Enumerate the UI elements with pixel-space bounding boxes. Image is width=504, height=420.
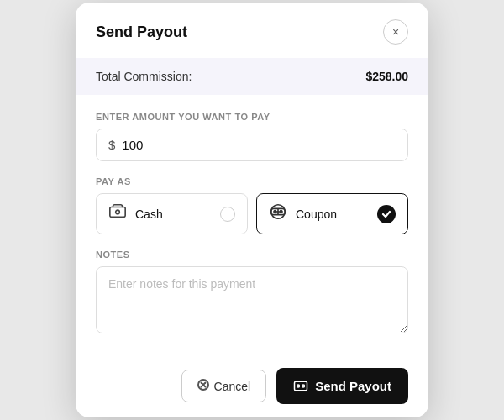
svg-point-11 — [302, 385, 305, 387]
svg-point-10 — [297, 385, 300, 387]
svg-point-4 — [280, 211, 282, 213]
svg-point-1 — [116, 210, 120, 214]
coupon-label: Coupon — [296, 207, 369, 221]
amount-input-wrap: $ — [96, 129, 408, 161]
commission-row: Total Commission: $258.00 — [76, 58, 428, 95]
notes-textarea[interactable] — [96, 266, 408, 333]
cancel-label: Cancel — [214, 380, 251, 393]
cash-icon — [108, 202, 127, 225]
send-payout-dialog: Send Payout × Total Commission: $258.00 … — [76, 3, 428, 417]
amount-input[interactable] — [122, 138, 396, 152]
commission-value: $258.00 — [365, 70, 408, 83]
cash-label: Cash — [135, 207, 212, 221]
send-label: Send Payout — [315, 379, 391, 393]
coupon-icon — [269, 202, 287, 225]
pay-as-options: Cash Coupon — [96, 193, 408, 234]
close-button[interactable]: × — [383, 19, 408, 45]
coupon-check — [377, 205, 396, 223]
amount-field-label: ENTER AMOUNT YOU WANT TO PAY — [96, 112, 408, 122]
dialog-body: ENTER AMOUNT YOU WANT TO PAY $ PAY AS Ca… — [76, 95, 428, 354]
notes-label: NOTES — [96, 249, 408, 260]
send-icon — [293, 377, 308, 395]
dialog-footer: Cancel Send Payout — [76, 354, 428, 417]
close-icon: × — [392, 25, 399, 39]
pay-as-label: PAY AS — [96, 176, 408, 186]
dialog-header: Send Payout × — [76, 3, 428, 58]
pay-option-coupon[interactable]: Coupon — [256, 193, 408, 234]
commission-label: Total Commission: — [96, 70, 192, 83]
currency-symbol: $ — [108, 138, 115, 152]
svg-rect-0 — [110, 207, 125, 218]
cash-radio — [220, 207, 235, 222]
dialog-title: Send Payout — [96, 24, 187, 41]
cancel-x-icon — [197, 379, 209, 393]
pay-option-cash[interactable]: Cash — [96, 193, 248, 234]
cancel-button[interactable]: Cancel — [181, 370, 267, 402]
svg-point-3 — [274, 211, 276, 213]
send-payout-button[interactable]: Send Payout — [276, 368, 408, 404]
